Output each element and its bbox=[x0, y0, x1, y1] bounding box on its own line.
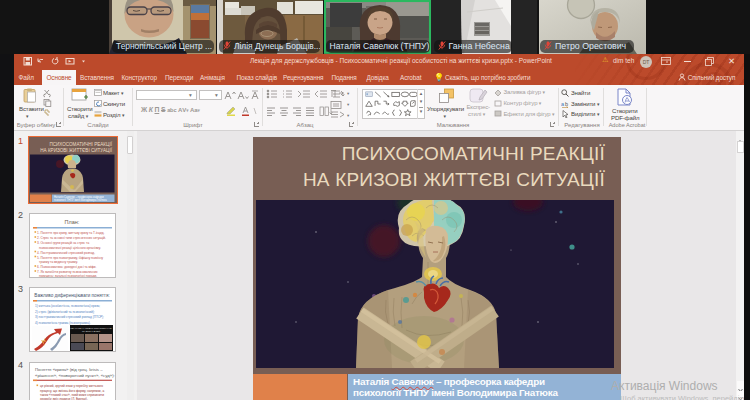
svg-text:▾: ▾ bbox=[347, 91, 350, 96]
svg-text:порушень: загальні психологічн: порушень: загальні психологічні поради. bbox=[39, 274, 97, 277]
svg-text:1. Поняття про кризу, життєву: 1. Поняття про кризу, життєву кризу та Т… bbox=[37, 231, 105, 235]
svg-text:4) психологічна травма (психот: 4) психологічна травма (психотравма). bbox=[35, 321, 91, 325]
svg-text:процесу, що змінює його форму,: процесу, що змінює його форму, напрямок,… bbox=[40, 389, 104, 393]
svg-text:«рішення», «поворотний пункт»,: «рішення», «поворотний пункт», «суд»): bbox=[35, 373, 115, 378]
svg-text:НА КРИЗОВІ ЖИТТЄВІ СИТУАЦІЇ: НА КРИЗОВІ ЖИТТЄВІ СИТУАЦІЇ bbox=[40, 147, 112, 153]
svg-text:4. Посттравматичний стресовий: 4. Посттравматичний стресовий розлад. bbox=[37, 250, 95, 254]
svg-text:2. Стрес та основні типи стрес: 2. Стрес та основні типи стресогенних си… bbox=[37, 236, 106, 240]
svg-text:СВАЖНІШІ НАСЛІДКИ ПСИХОЛОГІЧНО: СВАЖНІШІ НАСЛІДКИ ПСИХОЛОГІЧНОЇ bbox=[70, 327, 112, 329]
svg-text:5. Поняття про психотравму, бі: 5. Поняття про психотравму, біфішну псих… bbox=[37, 255, 104, 259]
svg-text:6. Психосоматика: доведені дос: 6. Психосоматика: доведені досі та міфи. bbox=[37, 265, 96, 269]
svg-text:Поняття «криза» (від грец. kri: Поняття «криза» (від грец. krisis – bbox=[35, 367, 103, 372]
svg-text:Важливо диференціювати поняття: Важливо диференціювати поняття: bbox=[34, 293, 109, 298]
svg-text:b: b bbox=[565, 101, 568, 107]
svg-text:травму та медичну травму.: травму та медичну травму. bbox=[39, 260, 78, 264]
svg-text:ТРАВМИ У ДІТЕЙ: ТРАВМИ У ДІТЕЙ bbox=[82, 330, 100, 332]
svg-text:психології ТНПУ імені Володими: психології ТНПУ імені Володимира Гнатюка bbox=[54, 198, 107, 202]
svg-text:3) посттравматичний стресовий: 3) посттравматичний стресовий розлад (ПТ… bbox=[35, 315, 104, 319]
svg-text:ПСИХОСОМАТИЧНІ РЕАКЦІЇ: ПСИХОСОМАТИЧНІ РЕАКЦІЇ bbox=[49, 141, 112, 147]
svg-text:психосоматичні реакції цілісно: психосоматичні реакції цілісного організ… bbox=[39, 245, 101, 249]
svg-text:▾: ▾ bbox=[347, 113, 350, 118]
svg-text:План:: План: bbox=[65, 219, 80, 225]
svg-text:3. Основні групи реакцій на ст: 3. Основні групи реакцій на стрес та bbox=[37, 241, 89, 245]
svg-text:1) життєва (особистісна, психо: 1) життєва (особистісна, психологічна) к… bbox=[35, 304, 100, 308]
svg-text:▾: ▾ bbox=[347, 102, 350, 107]
svg-text:2) стрес (фізіологічний та пси: 2) стрес (фізіологічний та психологічний… bbox=[35, 310, 95, 314]
svg-text:це рівний, крутий злам у переб: це рівний, крутий злам у перебігу життєв… bbox=[40, 384, 103, 388]
